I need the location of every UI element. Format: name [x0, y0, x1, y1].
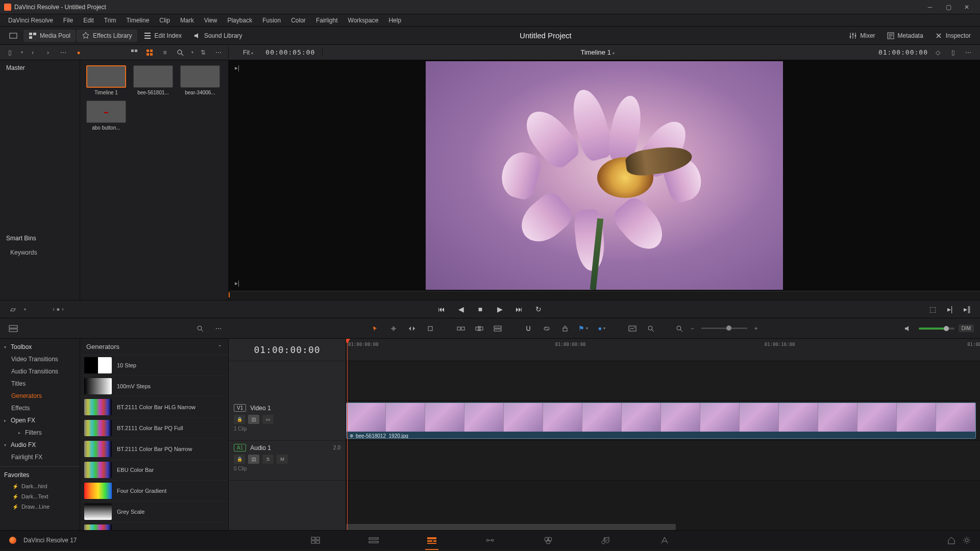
effects-options-button[interactable]: ⋯ [211, 322, 226, 335]
favorite-item-1[interactable]: ⚡Dark...hird [0, 481, 80, 491]
marker-button[interactable]: ●▾ [595, 322, 609, 335]
selection-tool[interactable] [368, 322, 382, 335]
generator-ebu-color-bar[interactable]: EBU Color Bar [80, 460, 228, 481]
keywords-bin[interactable]: Keywords [0, 246, 80, 259]
go-end-button[interactable]: ▸‖ [961, 303, 974, 316]
menu-view[interactable]: View [199, 15, 223, 26]
transform-overlay-button[interactable]: ▱ [6, 303, 19, 316]
menu-fairlight[interactable]: Fairlight [311, 15, 343, 26]
flag-button[interactable]: ⚑▾ [576, 322, 591, 335]
menu-timeline[interactable]: Timeline [121, 15, 154, 26]
full-screen-viewer-button[interactable] [4, 30, 22, 42]
menu-help[interactable]: Help [383, 15, 406, 26]
video-auto-select-button[interactable]: ◫ [248, 415, 259, 424]
zoom-fit-select[interactable]: Fit▾ [236, 49, 260, 56]
stop-button[interactable]: ■ [474, 303, 487, 316]
media-item-timeline[interactable]: Timeline 1 [85, 65, 127, 95]
audio-track-header[interactable]: A1 Audio 1 2.0 🔒 ◫ S M 0 Clip [229, 441, 346, 481]
video-enable-button[interactable]: ▭ [262, 415, 274, 424]
close-button[interactable]: ✕ [958, 2, 976, 13]
generator-four-color-gradient[interactable]: Four Color Gradient [80, 481, 228, 502]
bin-view-button[interactable]: ▯ [4, 47, 15, 58]
search-dropdown-icon[interactable]: ▾ [191, 50, 193, 55]
sort-button[interactable]: ⇅ [198, 47, 209, 58]
favorite-item-3[interactable]: ⚡Draw...Line [0, 502, 80, 512]
menu-davinci[interactable]: DaVinci Resolve [3, 15, 58, 26]
list-view-button[interactable] [129, 47, 140, 58]
viewer-options-button[interactable]: ⋯ [963, 47, 974, 58]
audio-transitions-item[interactable]: Audio Transitions [0, 365, 80, 378]
video-lock-button[interactable]: 🔒 [234, 415, 245, 424]
zoom-timeline-button[interactable] [672, 322, 687, 335]
metadata-button[interactable]: Metadata [881, 30, 928, 42]
timeline-scrollbar[interactable] [346, 524, 980, 530]
timeline-ruler[interactable]: 01:00:00:00 01:00:08:00 01:00:16:00 01:0… [346, 339, 980, 361]
timeline-view-options-button[interactable] [6, 322, 20, 335]
nav-forward-button[interactable]: › [42, 47, 54, 58]
viewer-scrub-bar[interactable] [229, 291, 980, 300]
snap-toggle[interactable] [521, 322, 535, 335]
loop-button[interactable]: ↻ [532, 303, 545, 316]
link-toggle[interactable] [540, 322, 554, 335]
replace-clip-button[interactable] [491, 322, 505, 335]
inspector-button[interactable]: Inspector [929, 30, 976, 42]
project-settings-button[interactable] [963, 536, 971, 544]
volume-slider[interactable] [919, 328, 954, 330]
video-track-header[interactable]: V1 Video 1 🔒 ◫ ▭ 1 Clip [229, 401, 346, 441]
audiofx-header[interactable]: ▾Audio FX [0, 439, 80, 451]
viewer-canvas[interactable]: ▸| ▸| [229, 60, 980, 291]
single-viewer-button[interactable]: ▯ [947, 47, 959, 58]
fairlightfx-item[interactable]: Fairlight FX [0, 451, 80, 463]
blade-tool[interactable] [423, 322, 437, 335]
deliver-page-tab[interactable] [656, 533, 673, 547]
audio-mute-button[interactable]: M [277, 455, 288, 464]
go-to-end-icon[interactable]: ▸| [235, 280, 242, 287]
overwrite-clip-button[interactable] [472, 322, 486, 335]
more-options-button[interactable]: ⋯ [58, 47, 69, 58]
favorites-header[interactable]: Favorites [0, 469, 80, 481]
generator-grey-scale[interactable]: Grey Scale [80, 502, 228, 522]
menu-trim[interactable]: Trim [99, 15, 121, 26]
toolbox-header[interactable]: ▾Toolbox [0, 341, 80, 353]
bin-view-dropdown-icon[interactable]: ▾ [21, 50, 23, 55]
timeline-name[interactable]: Timeline 1▾ [577, 48, 617, 56]
video-track-lane[interactable]: ⊕ bee-5618012_1920.jpg [346, 401, 980, 441]
timeline-timecode[interactable]: 01:00:00:00 [229, 339, 346, 361]
menu-edit[interactable]: Edit [78, 15, 99, 26]
playhead[interactable] [347, 339, 348, 530]
filters-item[interactable]: ▸Filters [0, 427, 80, 439]
mute-button[interactable] [900, 322, 915, 335]
dim-button[interactable]: DIM [959, 324, 974, 332]
mixer-button[interactable]: Mixer [844, 30, 880, 42]
last-frame-button[interactable]: ⏭ [512, 303, 526, 316]
generator-bt2111-pq-full[interactable]: BT.2111 Color Bar PQ Full [80, 418, 228, 439]
play-button[interactable]: ▶ [493, 303, 506, 316]
openfx-header[interactable]: ▸Open FX [0, 414, 80, 427]
audio-track-lane[interactable] [346, 441, 980, 481]
media-item-bear[interactable]: bear-34006... [179, 65, 221, 95]
effects-item[interactable]: Effects [0, 402, 80, 414]
strip-view-button[interactable]: ≡ [159, 47, 170, 58]
video-clip[interactable]: ⊕ bee-5618012_1920.jpg [346, 403, 976, 439]
generator-100mv-steps[interactable]: 100mV Steps [80, 376, 228, 397]
clip-nav[interactable]: ‹ ● › [53, 306, 64, 313]
media-item-bee[interactable]: bee-561801... [132, 65, 174, 95]
match-frame-icon[interactable]: ▸| [235, 64, 242, 71]
audio-solo-button[interactable]: S [262, 455, 274, 464]
media-pool-button[interactable]: Media Pool [23, 30, 76, 42]
audio-auto-select-button[interactable]: ◫ [248, 455, 259, 464]
fusion-page-tab[interactable] [481, 533, 499, 547]
maximize-button[interactable]: ▢ [939, 2, 958, 13]
generator-bt2111-pq-narrow[interactable]: BT.2111 Color Bar PQ Narrow [80, 439, 228, 460]
cut-page-tab[interactable] [365, 533, 382, 547]
zoom-slider[interactable] [701, 328, 747, 329]
menu-mark[interactable]: Mark [175, 15, 199, 26]
effects-search-button[interactable] [193, 322, 207, 335]
menu-file[interactable]: File [58, 15, 78, 26]
zoom-out-button[interactable]: − [691, 325, 694, 332]
bypass-grades-button[interactable]: ◇ [932, 47, 943, 58]
video-transitions-item[interactable]: Video Transitions [0, 353, 80, 365]
video-scopes-button[interactable] [625, 322, 640, 335]
audio-lock-button[interactable]: 🔒 [234, 455, 245, 464]
thumbnail-view-button[interactable] [144, 47, 155, 58]
